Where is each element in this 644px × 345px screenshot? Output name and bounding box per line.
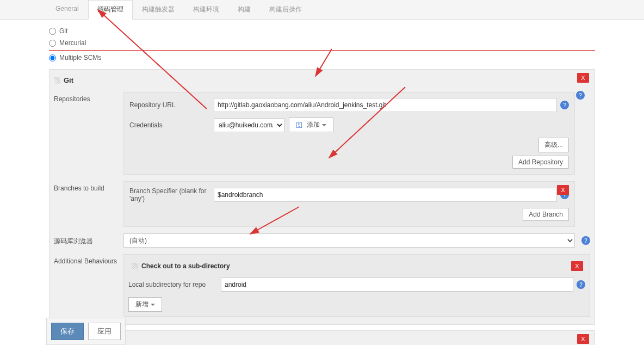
checkout-title: Check out to a sub-directory [141,262,230,270]
bottom-bar: 保存 应用 [46,318,126,345]
local-subdir-label: Local subdirectory for repo [128,281,221,288]
help-icon[interactable]: ? [577,280,585,289]
branches-label: Branches to build [54,181,123,227]
radio-git-row[interactable]: Git [49,25,595,37]
tab-post[interactable]: 构建后操作 [260,0,311,19]
repositories-box: Repository URL ? Credentials aliu@huiked… [123,92,575,175]
repo-url-label: Repository URL [129,101,214,109]
help-icon[interactable]: ? [581,236,590,245]
scm1-title: Git [64,76,73,84]
browser-label: 源码库浏览器 [54,233,123,248]
radio-multiple-label: Multiple SCMs [59,54,101,61]
credentials-select[interactable]: aliu@huikedu.com/****** [214,118,284,132]
add-repository-button[interactable]: Add Repository [512,156,569,169]
help-icon[interactable]: ? [560,101,569,109]
radio-multiple[interactable] [49,54,56,61]
delete-scm1-button[interactable]: X [577,73,589,83]
annotation-line [49,50,595,51]
new-behaviour-button[interactable]: 新增 [128,297,162,312]
chevron-down-icon [151,304,155,306]
tab-triggers[interactable]: 构建触发器 [133,0,184,19]
add-branch-button[interactable]: Add Branch [523,208,569,221]
tab-general[interactable]: General [46,0,88,19]
repo-url-input[interactable] [214,98,557,112]
radio-multiple-row[interactable]: Multiple SCMs [49,52,595,64]
save-button[interactable]: 保存 [51,323,84,340]
help-icon[interactable]: ? [576,91,585,100]
delete-scm2-button[interactable]: X [577,334,589,344]
scm-section-2: X Git Repositories ? Repository URL ? [49,330,595,345]
local-subdir-input[interactable] [221,278,573,292]
credentials-label: Credentials [129,121,214,129]
radio-mercurial[interactable] [49,40,56,47]
key-icon: ⚿ [296,121,302,129]
browser-select[interactable]: (自动) [123,233,575,248]
radio-mercurial-row[interactable]: Mercurial [49,37,595,49]
scm-section-1: X Git Repositories ? Repository URL ? [49,69,595,325]
tab-bar: General 源码管理 构建触发器 构建环境 构建 构建后操作 [0,0,644,20]
drag-handle-icon[interactable] [132,263,138,269]
tab-scm[interactable]: 源码管理 [88,0,133,20]
chevron-down-icon [322,124,326,126]
radio-git[interactable] [49,28,56,35]
branch-spec-input[interactable] [214,188,557,202]
behaviours-box: X Check out to a sub-directory Local sub… [123,254,590,317]
repositories-label: Repositories [54,92,123,175]
branch-spec-label: Branch Specifier (blank for 'any') [129,187,214,202]
apply-button[interactable]: 应用 [88,323,121,340]
tab-env[interactable]: 构建环境 [184,0,228,19]
additional-label: Additional Behaviours [54,254,123,317]
radio-git-label: Git [59,27,67,35]
drag-handle-icon[interactable] [54,77,60,84]
delete-branch-button[interactable]: X [557,185,569,195]
branches-box: X Branch Specifier (blank for 'any') ? A… [123,181,575,227]
tab-build[interactable]: 构建 [228,0,260,19]
advanced-button[interactable]: 高级... [538,138,569,152]
add-credentials-button[interactable]: ⚿ 添加 [289,118,333,132]
delete-behaviour-button[interactable]: X [571,261,583,271]
radio-mercurial-label: Mercurial [59,39,86,47]
